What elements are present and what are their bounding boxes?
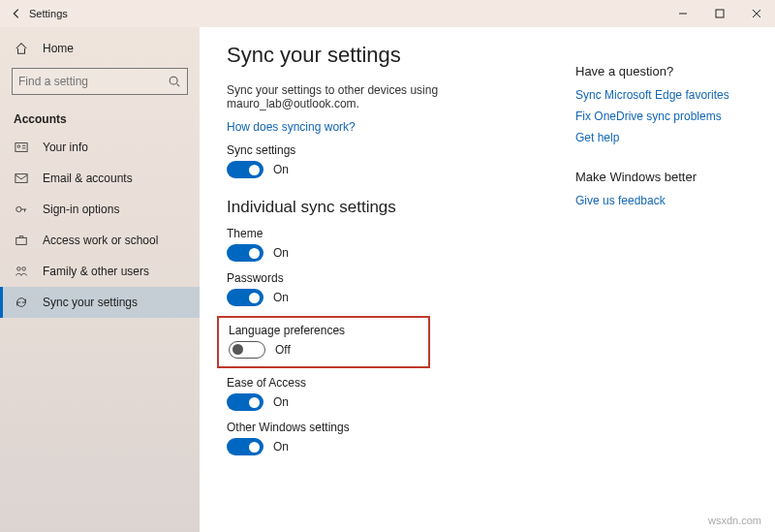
- passwords-label: Passwords: [227, 271, 566, 285]
- maximize-button[interactable]: [701, 0, 738, 27]
- passwords-toggle[interactable]: [227, 289, 264, 306]
- svg-rect-6: [16, 143, 27, 152]
- question-heading: Have a question?: [575, 64, 748, 78]
- ease-label: Ease of Access: [227, 376, 566, 390]
- svg-rect-10: [16, 174, 27, 183]
- sync-settings-toggle[interactable]: [227, 161, 264, 178]
- toggle-state: On: [273, 291, 289, 304]
- toggle-state: On: [273, 440, 289, 454]
- search-input[interactable]: [12, 68, 188, 95]
- svg-point-4: [170, 77, 177, 84]
- language-toggle[interactable]: [229, 341, 265, 359]
- link-feedback[interactable]: Give us feedback: [575, 194, 748, 207]
- nav-home-label: Home: [43, 42, 74, 55]
- sidebar-section: Accounts: [0, 105, 200, 132]
- svg-point-15: [17, 267, 21, 271]
- page-description: Sync your settings to other devices usin…: [227, 83, 566, 110]
- toggle-state: Off: [275, 343, 291, 357]
- sidebar-item-family[interactable]: Family & other users: [0, 256, 200, 287]
- feedback-heading: Make Windows better: [575, 170, 748, 184]
- other-label: Other Windows settings: [227, 421, 566, 434]
- language-label: Language preferences: [229, 324, 418, 337]
- toggle-state: On: [273, 163, 289, 176]
- sidebar-item-sync[interactable]: Sync your settings: [0, 287, 200, 318]
- svg-point-11: [16, 206, 21, 211]
- briefcase-icon: [14, 233, 29, 248]
- sidebar-item-label: Family & other users: [43, 265, 149, 278]
- sidebar-item-email[interactable]: Email & accounts: [0, 163, 200, 194]
- theme-toggle[interactable]: [227, 244, 264, 262]
- window-controls: [665, 0, 775, 27]
- sidebar: Home Accounts Your info Email & accounts…: [0, 27, 200, 532]
- window-title: Settings: [29, 8, 68, 19]
- link-get-help[interactable]: Get help: [575, 131, 748, 144]
- close-button[interactable]: [738, 0, 775, 27]
- other-toggle[interactable]: [227, 438, 264, 455]
- individual-heading: Individual sync settings: [227, 198, 566, 217]
- sidebar-item-label: Sign-in options: [43, 203, 119, 216]
- sync-settings-label: Sync settings: [227, 143, 566, 157]
- ease-toggle[interactable]: [227, 393, 264, 411]
- svg-line-5: [177, 84, 180, 87]
- svg-point-7: [17, 145, 20, 148]
- svg-point-16: [22, 267, 26, 271]
- mail-icon: [14, 171, 29, 186]
- toggle-state: On: [273, 246, 289, 260]
- sidebar-item-label: Access work or school: [43, 234, 158, 247]
- id-card-icon: [14, 140, 29, 155]
- home-icon: [14, 41, 29, 56]
- back-icon[interactable]: [10, 7, 23, 20]
- page-title: Sync your settings: [227, 43, 566, 68]
- sidebar-item-your-info[interactable]: Your info: [0, 132, 200, 163]
- svg-rect-1: [716, 10, 724, 17]
- sidebar-item-label: Sync your settings: [43, 296, 138, 309]
- minimize-button[interactable]: [665, 0, 701, 27]
- sidebar-item-label: Your info: [43, 141, 88, 154]
- toggle-state: On: [273, 395, 289, 409]
- sync-icon: [14, 295, 29, 310]
- people-icon: [14, 264, 29, 279]
- theme-label: Theme: [227, 227, 566, 240]
- sidebar-item-work[interactable]: Access work or school: [0, 225, 200, 256]
- link-sync-edge[interactable]: Sync Microsoft Edge favorites: [575, 88, 748, 102]
- how-syncing-works-link[interactable]: How does syncing work?: [227, 120, 566, 134]
- key-icon: [14, 202, 29, 217]
- nav-home[interactable]: Home: [0, 33, 200, 64]
- search-field[interactable]: [18, 75, 168, 88]
- content: Sync your settings Sync your settings to…: [200, 27, 775, 532]
- link-fix-onedrive[interactable]: Fix OneDrive sync problems: [575, 110, 748, 123]
- svg-rect-14: [16, 237, 27, 244]
- highlight-box: Language preferences Off: [217, 316, 430, 368]
- watermark: wsxdn.com: [708, 515, 761, 526]
- titlebar: Settings: [0, 0, 775, 27]
- search-icon: [168, 75, 181, 88]
- sidebar-item-label: Email & accounts: [43, 172, 133, 185]
- sidebar-item-signin[interactable]: Sign-in options: [0, 194, 200, 225]
- main-panel: Sync your settings Sync your settings to…: [227, 37, 566, 532]
- aside: Have a question? Sync Microsoft Edge fav…: [566, 37, 748, 532]
